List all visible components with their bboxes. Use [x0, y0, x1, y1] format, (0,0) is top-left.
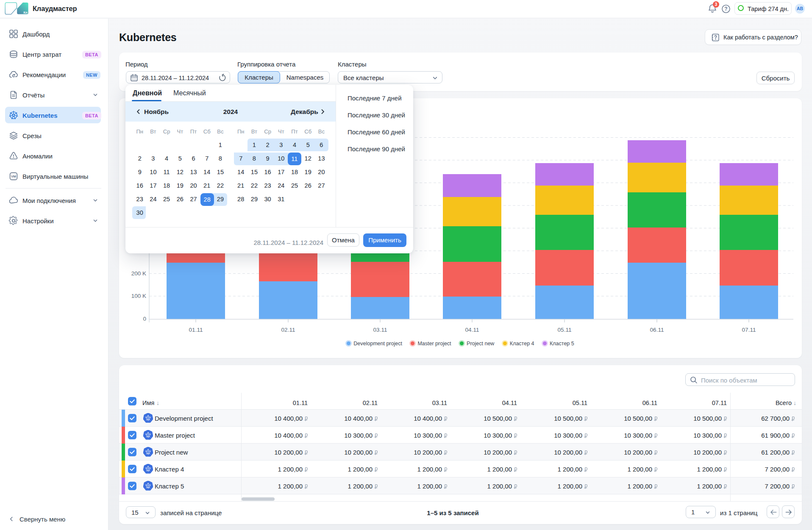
- svg-text:0: 0: [143, 316, 146, 322]
- svg-text:VM: VM: [11, 175, 16, 178]
- svg-text:200 K: 200 K: [131, 270, 146, 277]
- svg-text:06.11: 06.11: [650, 327, 664, 333]
- svg-text:100 K: 100 K: [131, 293, 146, 299]
- svg-text:01.11: 01.11: [189, 327, 203, 333]
- svg-text:?: ?: [724, 6, 727, 12]
- svg-text:Кл: Кл: [24, 11, 28, 14]
- svg-text:03.11: 03.11: [373, 327, 387, 333]
- svg-text:02.11: 02.11: [281, 327, 295, 333]
- svg-text:04.11: 04.11: [465, 327, 479, 333]
- svg-text:05.11: 05.11: [558, 327, 572, 333]
- svg-text:07.11: 07.11: [742, 327, 756, 333]
